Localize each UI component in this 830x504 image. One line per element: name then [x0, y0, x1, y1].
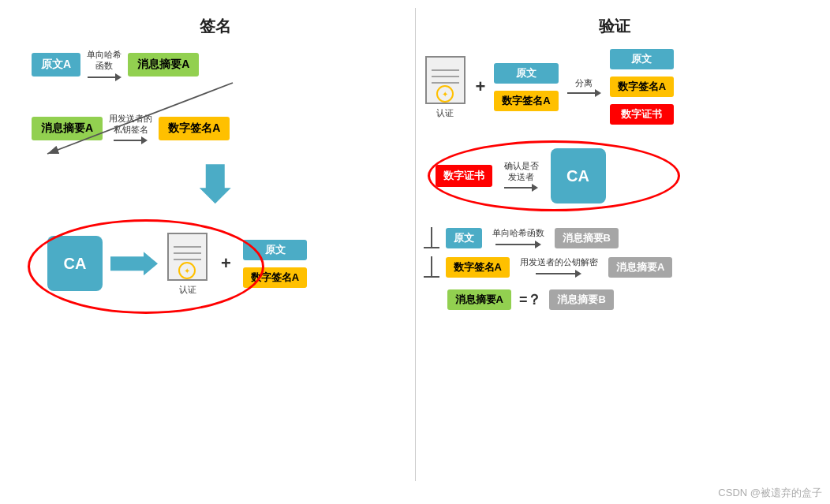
ca-circle-area: CA ✦ 认证 + [24, 215, 407, 312]
watermark: CSDN @被遗弃的盒子 [718, 486, 822, 500]
sep-result-boxes: 原文 数字签名A 数字证书 [610, 49, 674, 125]
ca-box-left: CA [47, 236, 103, 291]
box-xiaoxizhaiyaoA: 消息摘要A [32, 117, 103, 140]
hash-label: 单向哈希函数 [492, 227, 544, 239]
box-yuanwen-right-top: 原文 [494, 63, 558, 84]
box-sep-qianming: 数字签名A [610, 77, 674, 97]
confirm-arrow-container: 确认是否 发送者 [504, 160, 539, 192]
decrypt-arrow-container: 用发送者的公钥解密 [520, 256, 598, 278]
box-xiaoxizhaiyaoA-top: 消息摘要A [128, 53, 199, 77]
ca-row-left: CA ✦ 认证 + [32, 215, 407, 312]
left-title: 签名 [24, 16, 407, 37]
big-down-arrow [200, 164, 231, 203]
arrow1: 单向哈希 函数 [87, 49, 122, 81]
box-qianming-hash: 数字签名A [446, 257, 510, 278]
svg-text:✦: ✦ [184, 267, 190, 275]
arrow1-label2: 函数 [95, 60, 113, 71]
cert-box-left: ✦ 认证 [166, 231, 209, 296]
arrow1-label1: 单向哈希 [87, 49, 122, 60]
arrow2-label1: 用发送者的 [109, 113, 152, 124]
box-yuanwen-left: 原文 [243, 240, 307, 260]
stacked-boxes-right: 原文 数字签名A [494, 63, 558, 111]
equal-row: 消息摘要A =？ 消息摘要B [447, 289, 807, 310]
cert-label-left: 认证 [179, 284, 196, 296]
plus-left: + [221, 253, 231, 274]
box-equal-right: 消息摘要B [549, 289, 613, 310]
stacked-boxes-left: 原文 数字签名A [243, 240, 307, 288]
box-yuanwenA: 原文A [32, 53, 80, 77]
cert-label-right: 认证 [436, 107, 454, 119]
hash-arrow-container: 单向哈希函数 [492, 227, 544, 248]
decrypt-label: 用发送者的公钥解密 [520, 256, 598, 268]
confirm-label2: 发送者 [508, 171, 534, 182]
sep-label: 分离 [575, 77, 593, 89]
box-sep-zhenshu: 数字证书 [610, 104, 674, 125]
box-shuziqianmingA: 数字签名A [159, 117, 230, 140]
plus-right: + [476, 77, 486, 97]
box-qianming-left: 数字签名A [243, 267, 307, 288]
hash-row-2: 数字签名A 用发送者的公钥解密 消息摘要A [424, 256, 807, 278]
verify-top-row: ✦ 认证 + 原文 数字签名A 分离 原文 数字签名A [424, 49, 807, 125]
box-shuzizhenshu-ca: 数字证书 [436, 165, 492, 187]
ca-confirm-row: 数字证书 确认是否 发送者 CA [424, 136, 807, 215]
left-section: 签名 原文A 单向哈希 函数 消息摘要A 消息摘要A 用发送者的 私钥签名 [16, 8, 415, 481]
arrow2: 用发送者的 私钥签名 [109, 113, 152, 145]
hash-row-1: 原文 单向哈希函数 消息摘要B [424, 227, 807, 248]
left-row1: 原文A 单向哈希 函数 消息摘要A [32, 49, 407, 81]
confirm-label1: 确认是否 [504, 160, 539, 171]
sep-arrow-container: 分离 [567, 77, 601, 97]
big-right-arrow [110, 252, 158, 275]
big-down-arrow-container [24, 160, 407, 207]
right-title: 验证 [424, 16, 807, 37]
box-xiaoxizhaiyaoA-right: 消息摘要A [608, 257, 672, 278]
cert-icon-left: ✦ [166, 231, 209, 282]
arrow2-label2: 私钥签名 [114, 124, 148, 135]
box-qianming-right-top: 数字签名A [494, 91, 558, 111]
box-yuanwen-hash: 原文 [446, 228, 482, 248]
right-section: 验证 ✦ 认证 + 原文 数字签名A [415, 8, 815, 481]
box-sep-yuanwen: 原文 [610, 49, 674, 69]
cert-icon-right: ✦ [424, 54, 467, 106]
ca-confirm-area: 数字证书 确认是否 发送者 CA [424, 136, 807, 215]
box-equal-left: 消息摘要A [447, 289, 511, 310]
svg-text:✦: ✦ [442, 90, 448, 99]
equal-sign: =？ [519, 290, 542, 309]
left-row2: 消息摘要A 用发送者的 私钥签名 数字签名A [32, 113, 407, 145]
ca-box-right: CA [551, 148, 606, 203]
cert-box-right: ✦ 认证 [424, 54, 467, 119]
box-xiaoxizhaiyaoB: 消息摘要B [555, 228, 619, 248]
